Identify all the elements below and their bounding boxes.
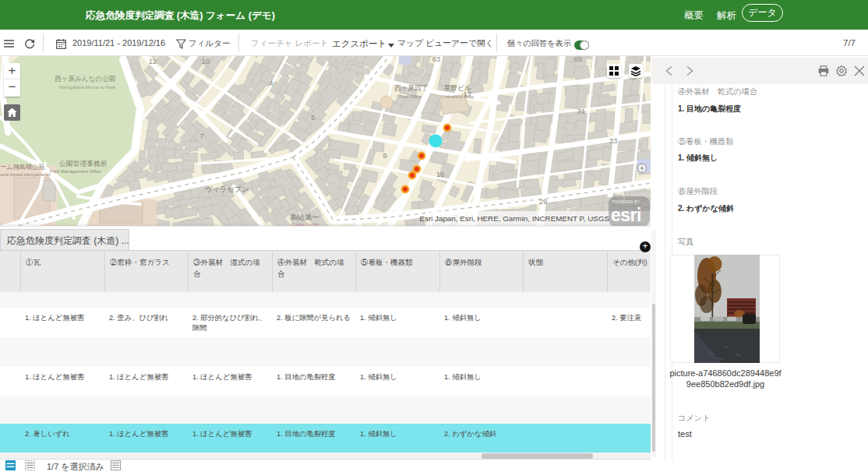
svg-text:10: 10	[202, 57, 210, 65]
svg-text:公園管理事務所: 公園管理事務所	[59, 160, 108, 167]
svg-text:POWERED BY: POWERED BY	[612, 200, 640, 204]
svg-text:西ヶ原みんなの公園: 西ヶ原みんなの公園	[55, 75, 115, 83]
svg-text:西ヶ原四丁: 西ヶ原四丁	[394, 84, 429, 92]
svg-text:Nishigahara Minna no Park: Nishigahara Minna no Park	[59, 85, 116, 90]
svg-text:Park Management Office: Park Management Office	[50, 169, 102, 174]
svg-text:4: 4	[269, 79, 273, 87]
svg-text:星野ビル: 星野ビル	[444, 84, 471, 92]
svg-text:33: 33	[609, 136, 618, 145]
svg-text:9: 9	[383, 151, 386, 160]
svg-text:63: 63	[432, 56, 441, 63]
svg-text:7: 7	[199, 132, 203, 140]
svg-text:Esri Japan, Esri, HERE, Garmin: Esri Japan, Esri, HERE, Garmin, INCREMEN…	[419, 214, 609, 223]
svg-text:ーム飛鳥晴山苑: ーム飛鳥晴山苑	[0, 164, 45, 171]
svg-text:65: 65	[574, 56, 583, 63]
svg-text:駒込第一: 駒込第一	[291, 213, 319, 221]
svg-text:31: 31	[577, 107, 586, 115]
svg-text:Hoshino Bldg: Hoshino Bldg	[446, 94, 474, 99]
svg-text:12: 12	[149, 57, 157, 65]
svg-text:ヴィラセブン: ヴィラセブン	[205, 185, 249, 193]
svg-text:Post Office: Post Office	[399, 94, 422, 99]
svg-text:ome Asuka Haruyama en: ome Asuka Haruyama en	[0, 172, 51, 177]
svg-text:16: 16	[436, 170, 445, 178]
svg-text:29: 29	[539, 197, 548, 206]
svg-text:5: 5	[311, 113, 315, 122]
